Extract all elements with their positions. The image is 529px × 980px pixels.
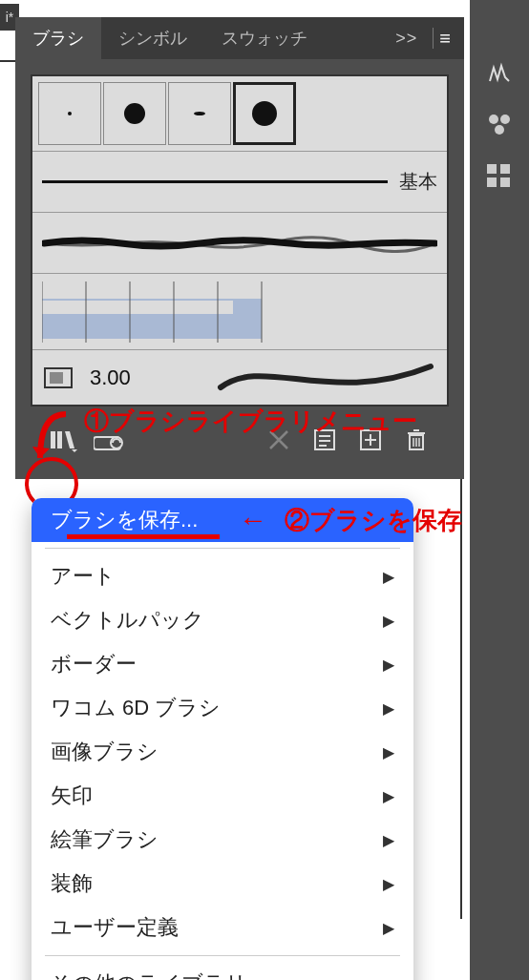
menu-item-label: 装飾 <box>51 869 93 898</box>
menu-item-decorative[interactable]: 装飾▶ <box>32 862 413 906</box>
brush-list: 基本 <box>31 74 449 407</box>
brush-thumb-3[interactable] <box>168 82 231 145</box>
menu-item-label: その他のライブラリ... <box>51 970 264 980</box>
panel-overflow-button[interactable]: >> <box>395 29 427 49</box>
brush-library-menu: ブラシを保存... アート▶ ベクトルパック▶ ボーダー▶ ワコム 6D ブラシ… <box>32 498 413 980</box>
menu-item-wacom-6d[interactable]: ワコム 6D ブラシ▶ <box>32 686 413 730</box>
menu-item-label: ベクトルパック <box>51 606 204 635</box>
brush-options-icon[interactable] <box>306 423 344 457</box>
submenu-arrow-icon: ▶ <box>383 831 394 849</box>
dock-symbols-icon[interactable] <box>479 105 519 145</box>
menu-item-label: ユーザー定義 <box>51 913 179 942</box>
brushes-panel: ブラシ シンボル スウォッチ >> ≡ 基本 <box>15 17 464 479</box>
svg-rect-12 <box>42 281 262 299</box>
brush-pattern-stroke-row[interactable] <box>32 273 447 349</box>
menu-item-label: ブラシを保存... <box>51 506 198 534</box>
tab-symbols[interactable]: シンボル <box>101 17 204 59</box>
menu-item-label: ボーダー <box>51 650 137 678</box>
menu-item-label: 矢印 <box>51 782 93 810</box>
new-brush-icon[interactable] <box>351 423 390 457</box>
submenu-arrow-icon: ▶ <box>383 787 394 805</box>
menu-item-user-defined[interactable]: ユーザー定義▶ <box>32 906 413 949</box>
tab-swatches[interactable]: スウォッチ <box>204 17 325 59</box>
submenu-arrow-icon: ▶ <box>383 743 394 761</box>
annotation-underline <box>67 534 220 539</box>
brush-thumb-1[interactable] <box>38 82 101 145</box>
svg-point-7 <box>68 112 72 115</box>
submenu-arrow-icon: ▶ <box>383 699 394 718</box>
menu-item-paintbrush[interactable]: 絵筆ブラシ▶ <box>32 818 413 862</box>
dock-brushes-icon[interactable] <box>479 53 519 94</box>
delete-brush-icon[interactable] <box>397 423 435 457</box>
svg-point-9 <box>194 112 205 115</box>
remove-brush-stroke-icon[interactable] <box>260 423 298 457</box>
svg-point-0 <box>489 115 498 124</box>
svg-rect-20 <box>51 431 55 448</box>
menu-item-label: 絵筆ブラシ <box>51 825 159 854</box>
menu-item-arrow[interactable]: 矢印▶ <box>32 774 413 818</box>
dock-swatches-icon[interactable] <box>479 156 519 197</box>
svg-point-8 <box>124 103 145 124</box>
submenu-arrow-icon: ▶ <box>383 656 394 674</box>
basic-stroke-label: 基本 <box>399 169 437 195</box>
menu-item-image-brush[interactable]: 画像ブラシ▶ <box>32 730 413 774</box>
calligraphy-preview-icon <box>44 367 73 388</box>
brush-calligraphy-row[interactable]: 3.00 <box>32 349 447 405</box>
submenu-arrow-icon: ▶ <box>383 568 394 586</box>
brush-library-menu-button[interactable] <box>44 423 82 457</box>
menu-item-label: ワコム 6D ブラシ <box>51 694 221 722</box>
panel-footer <box>31 416 449 464</box>
menu-item-label: アート <box>51 562 116 591</box>
brush-size-value: 3.00 <box>90 365 131 390</box>
svg-point-1 <box>500 115 510 124</box>
brush-basic-stroke-row[interactable]: 基本 <box>32 151 447 212</box>
menu-item-label: 画像ブラシ <box>51 738 159 766</box>
menu-item-vector-pack[interactable]: ベクトルパック▶ <box>32 598 413 642</box>
menu-item-border[interactable]: ボーダー▶ <box>32 642 413 686</box>
svg-rect-4 <box>500 164 510 174</box>
svg-rect-5 <box>487 177 497 187</box>
submenu-arrow-icon: ▶ <box>383 612 394 630</box>
brush-thumb-2[interactable] <box>103 82 166 145</box>
svg-point-10 <box>252 101 277 126</box>
svg-point-2 <box>495 125 504 135</box>
submenu-arrow-icon: ▶ <box>383 875 394 893</box>
right-dock-strip <box>470 0 529 980</box>
submenu-arrow-icon: ▶ <box>383 919 394 937</box>
svg-rect-6 <box>500 177 510 187</box>
brush-thumb-4-selected[interactable] <box>233 82 296 145</box>
panel-tab-bar: ブラシ シンボル スウォッチ >> ≡ <box>15 17 464 59</box>
tab-brushes[interactable]: ブラシ <box>15 17 101 59</box>
menu-item-other-libraries[interactable]: その他のライブラリ... <box>32 962 413 980</box>
cloud-library-icon[interactable] <box>90 423 128 457</box>
brush-charcoal-stroke-row[interactable] <box>32 212 447 273</box>
menu-item-art[interactable]: アート▶ <box>32 554 413 598</box>
panel-menu-button[interactable]: ≡ <box>439 28 464 50</box>
svg-rect-21 <box>57 431 62 448</box>
svg-rect-3 <box>487 164 497 174</box>
app-window: i* ブラシ シンボル スウォッチ >> ≡ <box>0 0 529 980</box>
svg-rect-13 <box>42 301 233 314</box>
